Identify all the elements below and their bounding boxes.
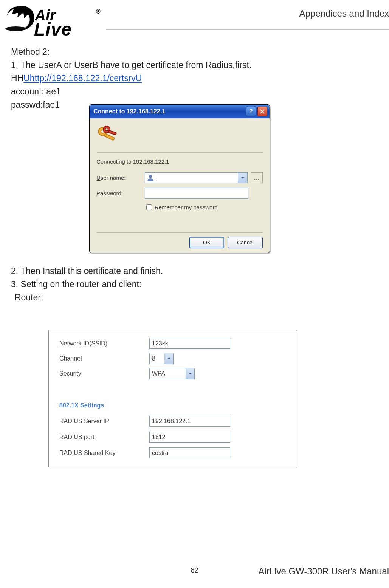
password-input[interactable]	[145, 188, 248, 199]
channel-select[interactable]: 8	[149, 353, 174, 364]
svg-point-7	[149, 175, 152, 178]
svg-rect-3	[104, 133, 115, 140]
svg-point-0	[5, 26, 26, 31]
close-button[interactable]	[257, 107, 267, 116]
security-label: Security	[59, 370, 149, 377]
svg-point-5	[105, 128, 108, 131]
step-1: 1. The UserA or UserB have to get certif…	[11, 59, 378, 71]
chevron-down-icon	[188, 372, 192, 376]
credentials-dialog: Connect to 192.168.122.1 ? Connecting to	[89, 104, 270, 253]
method-title: Method 2:	[11, 46, 378, 58]
channel-label: Channel	[59, 355, 149, 362]
remember-password-checkbox[interactable]: Remember my password	[145, 203, 263, 211]
router-label: Router:	[15, 292, 378, 303]
ssid-label: Network ID(SSID)	[59, 340, 149, 347]
router-settings-panel: Network ID(SSID) Channel 8 Security WPA …	[48, 330, 297, 467]
certsrv-link[interactable]: Uhttp://192.168.122.1/certsrvU	[23, 73, 142, 83]
cancel-button[interactable]: Cancel	[228, 237, 263, 248]
chevron-down-icon	[241, 176, 245, 180]
logo-text-bottom: Live	[34, 19, 72, 39]
password-label: Password:	[96, 190, 145, 197]
ok-button[interactable]: OK	[189, 237, 224, 248]
username-input[interactable]	[145, 172, 248, 183]
security-value: WPA	[152, 370, 165, 377]
dialog-titlebar: Connect to 192.168.122.1 ?	[90, 105, 270, 118]
step-2: 2. Then Install this certificate and fin…	[11, 265, 378, 277]
radius-key-input[interactable]	[149, 447, 230, 458]
logo-trademark: ®	[96, 8, 101, 15]
airlive-logo: Air Live ®	[5, 5, 103, 40]
manual-title: AirLive GW-300R User's Manual	[258, 566, 389, 577]
step-3: 3. Setting on the router and client:	[11, 279, 378, 290]
dialog-message: Connecting to 192.168.122.1	[96, 158, 263, 165]
header-divider	[106, 29, 389, 30]
username-label: User name:	[96, 175, 145, 181]
user-avatar-icon	[147, 174, 154, 181]
security-select[interactable]: WPA	[149, 368, 195, 379]
security-dropdown-button[interactable]	[186, 368, 194, 379]
radius-ip-input[interactable]	[149, 416, 230, 427]
radius-ip-label: RADIUS Server IP	[59, 418, 149, 425]
remember-checkbox-input[interactable]	[146, 204, 152, 210]
account-line: account:fae1	[11, 86, 378, 97]
keys-icon	[96, 126, 118, 145]
url-prefix: HH	[11, 73, 23, 83]
channel-dropdown-button[interactable]	[164, 353, 173, 364]
svg-rect-6	[108, 130, 117, 135]
radius-port-input[interactable]	[149, 432, 230, 443]
radius-port-label: RADIUS port	[59, 434, 149, 441]
dialog-title: Connect to 192.168.122.1	[93, 108, 165, 115]
radius-key-label: RADIUS Shared Key	[59, 450, 149, 456]
browse-button[interactable]: …	[251, 172, 263, 183]
section-header: Appendices and Index	[299, 8, 389, 19]
help-button[interactable]: ?	[246, 107, 256, 116]
radius-section-title: 802.1X Settings	[59, 402, 104, 409]
ssid-input[interactable]	[149, 338, 230, 349]
channel-value: 8	[152, 355, 155, 362]
username-dropdown-button[interactable]	[238, 173, 247, 183]
chevron-down-icon	[167, 357, 171, 361]
